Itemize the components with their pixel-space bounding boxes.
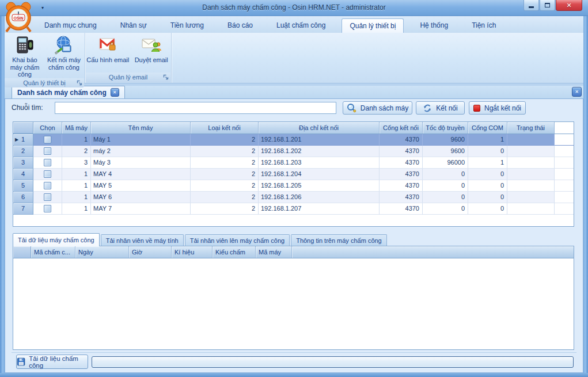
tab-close-icon[interactable] <box>111 88 119 97</box>
cell-ten-may[interactable]: MAY 5 <box>91 180 191 192</box>
col-gio[interactable]: Giờ <box>129 246 172 258</box>
app-logo-alarm-clock-icon[interactable]: OSIN <box>3 1 34 33</box>
cell-toc-do-truyen[interactable]: 0 <box>423 203 468 215</box>
ribbon-tab[interactable]: Quản lý thiết bị <box>342 18 404 33</box>
row-indicator[interactable]: 4 <box>13 169 33 180</box>
ribbon-tab[interactable]: Báo cáo <box>220 18 260 33</box>
detail-tab[interactable]: Tải dữ liệu máy chấm công <box>13 233 100 246</box>
cell-ten-may[interactable]: MAY 7 <box>91 203 191 215</box>
col-ten-may[interactable]: Tên máy <box>91 122 191 134</box>
cell-trang-thai[interactable] <box>507 203 555 215</box>
select-checkbox[interactable] <box>44 136 51 143</box>
ribbon-tab[interactable]: Nhân sự <box>113 18 154 33</box>
table-row[interactable]: 6 1 MAY 6 2 192.168.1.206 4370 0 0 <box>13 192 574 203</box>
ribbon-tab[interactable]: Hệ thống <box>412 18 456 33</box>
detail-tab[interactable]: Tải nhân viên lên máy chấm công <box>185 234 290 246</box>
cell-trang-thai[interactable] <box>507 192 555 203</box>
cell-loai-ket-noi[interactable]: 2 <box>191 180 259 192</box>
cell-cong-ket-noi[interactable]: 4370 <box>380 169 423 180</box>
cell-ten-may[interactable]: MAY 4 <box>91 169 191 180</box>
cell-dia-chi-ket-noi[interactable]: 192.168.1.207 <box>259 203 380 215</box>
cell-ma-may[interactable]: 1 <box>62 169 91 180</box>
detail-tab[interactable]: Tải nhân viên về máy tính <box>101 234 184 246</box>
ribbon-tab[interactable]: Luật chấm công <box>269 18 333 33</box>
cell-chon[interactable] <box>33 134 62 146</box>
document-tab[interactable]: Danh sách máy chấm công <box>12 86 125 98</box>
detail-tab[interactable]: Thông tin trên máy chấm công <box>291 234 387 246</box>
cell-toc-do-truyen[interactable]: 96000 <box>423 157 468 169</box>
cell-cong-com[interactable]: 0 <box>468 146 507 157</box>
duyet-email-button[interactable]: Duyệt email <box>131 34 171 73</box>
col-ngay[interactable]: Ngày <box>75 246 129 258</box>
ket-noi-may-cham-cong-button[interactable]: Kết nối máy chấm công <box>45 34 83 78</box>
table-row[interactable]: 3 3 Máy 3 2 192.168.1.203 4370 96000 1 <box>13 157 574 169</box>
cell-cong-ket-noi[interactable]: 4370 <box>380 192 423 203</box>
select-checkbox[interactable] <box>44 159 51 166</box>
cell-cong-com[interactable]: 0 <box>468 180 507 192</box>
cell-ma-may[interactable]: 1 <box>62 203 91 215</box>
cell-cong-com[interactable]: 0 <box>468 169 507 180</box>
cell-ten-may[interactable]: Máy 3 <box>91 157 191 169</box>
cell-trang-thai[interactable] <box>507 146 555 157</box>
cell-cong-ket-noi[interactable]: 4370 <box>380 157 423 169</box>
maximize-button[interactable] <box>540 0 555 11</box>
cell-loai-ket-noi[interactable]: 2 <box>191 157 259 169</box>
danh-sach-may-button[interactable]: Danh sách máy <box>343 101 412 115</box>
cell-loai-ket-noi[interactable]: 2 <box>191 203 259 215</box>
cell-dia-chi-ket-noi[interactable]: 192.168.1.201 <box>259 134 380 146</box>
cell-ma-may[interactable]: 1 <box>62 192 91 203</box>
cell-trang-thai[interactable] <box>507 180 555 192</box>
cell-ma-may[interactable]: 1 <box>62 134 91 146</box>
minimize-button[interactable] <box>523 0 539 11</box>
row-indicator[interactable]: 3 <box>13 157 33 169</box>
col-ki-hieu[interactable]: Kí hiệu <box>172 246 213 258</box>
ribbon-tab[interactable]: Tiền lương <box>163 18 211 33</box>
cell-cong-ket-noi[interactable]: 4370 <box>380 203 423 215</box>
cell-toc-do-truyen[interactable]: 0 <box>423 169 468 180</box>
cell-chon[interactable] <box>33 192 62 203</box>
table-row[interactable]: 2 2 máy 2 2 192.168.1.202 4370 9600 0 <box>13 146 574 157</box>
col-cong-ket-noi[interactable]: Cổng kết nối <box>380 122 423 134</box>
cell-trang-thai[interactable] <box>507 157 555 169</box>
row-indicator[interactable]: 2 <box>13 146 33 157</box>
col-dia-chi-ket-noi[interactable]: Địa chỉ kết nối <box>259 122 380 134</box>
cell-toc-do-truyen[interactable]: 0 <box>423 180 468 192</box>
col-ma-cham-cong[interactable]: Mã chấm c... <box>31 246 75 258</box>
close-button[interactable] <box>556 0 582 11</box>
select-checkbox[interactable] <box>44 170 51 178</box>
cell-toc-do-truyen[interactable]: 9600 <box>423 146 468 157</box>
select-checkbox[interactable] <box>44 205 51 212</box>
search-input[interactable] <box>55 102 336 114</box>
cell-loai-ket-noi[interactable]: 2 <box>191 146 259 157</box>
cell-dia-chi-ket-noi[interactable]: 192.168.1.203 <box>259 157 380 169</box>
cell-chon[interactable] <box>33 203 62 215</box>
cell-cong-com[interactable]: 1 <box>468 157 507 169</box>
cell-trang-thai[interactable] <box>507 169 555 180</box>
cell-ma-may[interactable]: 1 <box>62 180 91 192</box>
cell-chon[interactable] <box>33 169 62 180</box>
ngat-ket-noi-button[interactable]: Ngắt kết nối <box>469 101 526 115</box>
col-toc-do-truyen[interactable]: Tốc độ truyền <box>423 122 468 134</box>
cell-dia-chi-ket-noi[interactable]: 192.168.1.206 <box>259 192 380 203</box>
col-trang-thai[interactable]: Trạng thái <box>507 122 555 134</box>
cell-ma-may[interactable]: 3 <box>62 157 91 169</box>
cell-toc-do-truyen[interactable]: 0 <box>423 192 468 203</box>
row-indicator[interactable]: 5 <box>13 180 33 192</box>
table-row[interactable]: 5 1 MAY 5 2 192.168.1.205 4370 0 0 <box>13 180 574 192</box>
cell-chon[interactable] <box>33 180 62 192</box>
cell-cong-ket-noi[interactable]: 4370 <box>380 146 423 157</box>
select-checkbox[interactable] <box>44 147 51 155</box>
cell-chon[interactable] <box>33 157 62 169</box>
select-checkbox[interactable] <box>44 193 51 201</box>
col-chon[interactable]: Chọn <box>33 122 62 134</box>
cell-loai-ket-noi[interactable]: 2 <box>191 169 259 180</box>
cell-ma-may[interactable]: 2 <box>62 146 91 157</box>
ket-noi-button[interactable]: Kết nối <box>416 101 465 115</box>
row-indicator[interactable]: 7 <box>13 203 33 215</box>
ribbon-tab[interactable]: Danh mục chung <box>37 18 104 33</box>
table-row[interactable]: 4 1 MAY 4 2 192.168.1.204 4370 0 0 <box>13 169 574 180</box>
col-kieu-cham[interactable]: Kiểu chấm <box>213 246 256 258</box>
cell-ten-may[interactable]: Máy 1 <box>91 134 191 146</box>
col-loai-ket-noi[interactable]: Loại kết nối <box>191 122 259 134</box>
cell-chon[interactable] <box>33 146 62 157</box>
